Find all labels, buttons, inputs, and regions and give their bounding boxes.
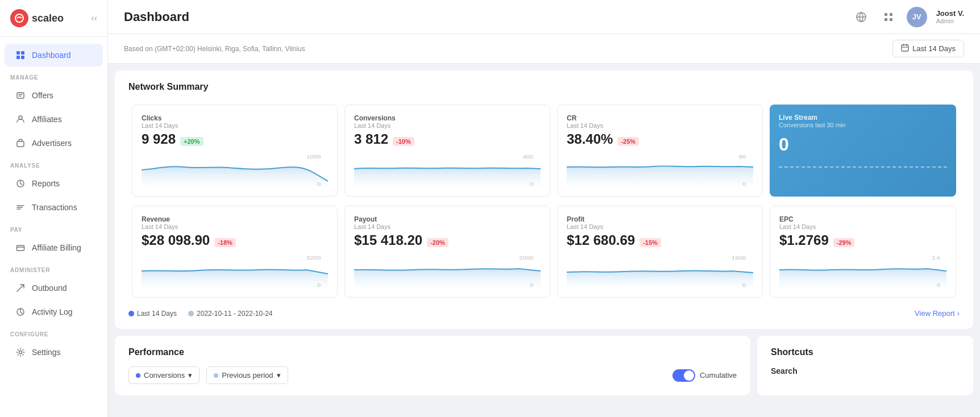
svg-rect-1 — [16, 51, 20, 55]
shortcuts-title: Shortcuts — [771, 347, 960, 357]
offers-icon — [15, 90, 26, 101]
metric-revenue-chart: 3200 0 — [142, 254, 328, 288]
sidebar-item-transactions[interactable]: Transactions — [5, 196, 103, 219]
svg-rect-15 — [885, 18, 887, 21]
metric-profit: Profit Last 14 Days $12 680.69 -15% 1600… — [557, 206, 763, 298]
sidebar-item-affiliates[interactable]: Affiliates — [5, 108, 103, 131]
live-stream-dashed-line — [779, 166, 947, 172]
user-role: Admin — [936, 18, 964, 24]
sidebar-item-label-affiliates: Affiliates — [32, 115, 62, 124]
previous-period-label: Previous period — [222, 371, 273, 380]
metric-profit-chart: 1600 0 — [567, 254, 753, 288]
metric-cr-period: Last 14 Days — [567, 122, 753, 129]
metric-clicks: Clicks Last 14 Days 9 928 +20% 1000 0 — [132, 105, 338, 197]
timezone-bar: Based on (GMT+02:00) Helsinki, Riga, Sof… — [108, 34, 980, 64]
svg-rect-4 — [21, 56, 24, 59]
legend-previous-dot — [188, 311, 194, 316]
cumulative-switch[interactable] — [672, 369, 695, 382]
settings-icon — [15, 347, 26, 358]
sidebar-nav: Dashboard MANAGE Offers Affiliates Adver… — [0, 37, 107, 417]
date-range-label: Last 14 Days — [912, 44, 956, 53]
svg-text:0: 0 — [742, 282, 746, 288]
sidebar-item-activity-log[interactable]: Activity Log — [5, 301, 103, 323]
svg-rect-3 — [16, 56, 20, 59]
metric-cr-value: 38.40% -25% — [567, 131, 753, 147]
metric-revenue-label: Revenue — [142, 215, 328, 223]
date-range-button[interactable]: Last 14 Days — [892, 40, 964, 57]
sidebar-item-label-outbound: Outbound — [32, 283, 67, 293]
metric-cr-chart: 80 0 — [567, 153, 753, 187]
cumulative-label: Cumulative — [700, 371, 737, 380]
metric-payout-badge: -20% — [427, 238, 449, 247]
sidebar-item-dashboard[interactable]: Dashboard — [5, 44, 103, 66]
conversions-chevron-icon: ▾ — [188, 371, 192, 380]
svg-text:0: 0 — [317, 282, 321, 288]
sidebar-item-label-activity-log: Activity Log — [32, 307, 73, 316]
svg-rect-14 — [890, 13, 892, 16]
svg-text:1000: 1000 — [306, 154, 321, 160]
svg-text:2000: 2000 — [519, 255, 534, 261]
metric-revenue-badge: -18% — [214, 238, 236, 247]
metric-conversions: Conversions Last 14 Days 3 812 -10% 400 … — [344, 105, 550, 197]
shortcuts-search-label: Search — [771, 366, 960, 376]
metric-clicks-label: Clicks — [142, 114, 328, 122]
metric-conversions-chart: 400 0 — [354, 153, 541, 187]
metric-live-stream: Live Stream Conversions last 30 min 0 — [770, 105, 956, 197]
legend-current-label: Last 14 Days — [137, 310, 177, 318]
metric-epc-badge: -29% — [833, 238, 855, 247]
metric-clicks-period: Last 14 Days — [142, 122, 328, 129]
user-name: Joost V. — [936, 9, 964, 18]
network-summary-section: Network Summary Clicks Last 14 Days 9 92… — [115, 70, 973, 329]
sidebar-item-offers[interactable]: Offers — [5, 84, 103, 107]
sidebar: scaleo ‹‹ Dashboard MANAGE Offers Affili… — [0, 0, 108, 417]
logo[interactable]: scaleo — [10, 9, 64, 27]
view-report-link[interactable]: View Report › — [915, 309, 960, 318]
sidebar-item-advertisers[interactable]: Advertisers — [5, 132, 103, 155]
shortcuts-section: Shortcuts Search — [757, 336, 973, 395]
svg-text:400: 400 — [522, 154, 533, 160]
svg-rect-13 — [885, 13, 887, 16]
transactions-icon — [15, 202, 26, 213]
performance-controls: Conversions ▾ Previous period ▾ Cumulati… — [128, 366, 737, 384]
conversions-dropdown[interactable]: Conversions ▾ — [128, 366, 200, 384]
metric-conversions-badge: -10% — [393, 137, 414, 146]
chevron-right-icon: › — [957, 309, 960, 318]
sidebar-item-label-advertisers: Advertisers — [32, 139, 72, 148]
sidebar-item-label-transactions: Transactions — [32, 203, 77, 212]
metric-payout-label: Payout — [354, 215, 541, 223]
cumulative-toggle: Cumulative — [672, 369, 737, 382]
metric-payout-period: Last 14 Days — [354, 223, 541, 230]
avatar[interactable]: JV — [907, 7, 927, 27]
svg-text:0: 0 — [742, 181, 746, 187]
svg-rect-9 — [17, 245, 24, 251]
svg-rect-17 — [902, 45, 908, 51]
sidebar-item-outbound[interactable]: Outbound — [5, 277, 103, 299]
collapse-sidebar-button[interactable]: ‹‹ — [91, 13, 97, 23]
metric-clicks-chart: 1000 0 — [142, 153, 328, 187]
metric-revenue-value: $28 098.90 -18% — [142, 232, 328, 248]
metric-conversions-period: Last 14 Days — [354, 122, 541, 129]
conversions-dot — [136, 373, 140, 378]
bottom-grid: Performance Conversions ▾ Previous perio… — [115, 336, 973, 395]
sidebar-item-affiliate-billing[interactable]: Affiliate Billing — [5, 236, 103, 259]
previous-period-dropdown[interactable]: Previous period ▾ — [206, 366, 288, 384]
reports-icon — [15, 178, 26, 189]
svg-text:0: 0 — [530, 181, 534, 187]
legend-current-dot — [128, 311, 134, 316]
affiliate-billing-icon — [15, 242, 26, 253]
metric-live-stream-label: Live Stream — [779, 114, 947, 122]
main-content: Dashboard JV Joost V. Admin Based on (GM… — [108, 0, 980, 417]
nav-section-manage: MANAGE — [0, 68, 107, 83]
sidebar-item-reports[interactable]: Reports — [5, 172, 103, 195]
svg-text:0: 0 — [530, 282, 534, 288]
header: Dashboard JV Joost V. Admin — [108, 0, 980, 34]
sidebar-logo-area: scaleo ‹‹ — [0, 0, 107, 37]
outbound-icon — [15, 282, 26, 294]
grid-icon[interactable] — [879, 8, 898, 26]
sidebar-item-settings[interactable]: Settings — [5, 341, 103, 364]
svg-rect-7 — [17, 141, 24, 147]
svg-rect-5 — [17, 93, 24, 98]
metric-profit-period: Last 14 Days — [567, 223, 753, 230]
nav-section-configure: CONFIGURE — [0, 324, 107, 340]
globe-icon[interactable] — [852, 8, 870, 26]
